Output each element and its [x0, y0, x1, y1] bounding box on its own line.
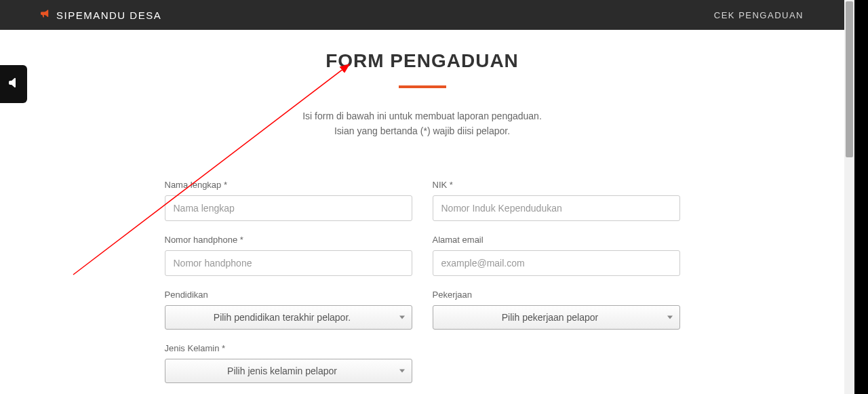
field-nomor-hp: Nomor handphone * [165, 235, 412, 276]
select-pekerjaan-text: Pilih pekerjaan pelapor [441, 312, 659, 323]
page-subtitle: Isi form di bawah ini untuk membuat lapo… [0, 109, 844, 139]
input-nama-lengkap[interactable] [165, 195, 412, 221]
window-border-right [854, 0, 868, 394]
subtitle-line-2: Isian yang bertanda (*) wajib diisi pela… [334, 125, 510, 136]
label-jenis-kelamin: Jenis Kelamin * [165, 343, 412, 353]
select-pendidikan-text: Pilih pendidikan terakhir pelapor. [174, 312, 391, 323]
brand[interactable]: SIPEMANDU DESA [41, 9, 161, 21]
chevron-down-icon [399, 315, 405, 319]
field-jenis-kelamin: Jenis Kelamin * Pilih jenis kelamin pela… [165, 343, 412, 383]
scrollbar-thumb[interactable] [846, 1, 853, 157]
label-nik: NIK * [433, 180, 680, 190]
label-pendidikan: Pendidikan [165, 290, 412, 300]
chevron-down-icon [667, 315, 673, 319]
field-pendidikan: Pendidikan Pilih pendidikan terakhir pel… [165, 290, 412, 330]
label-email: Alamat email [433, 235, 680, 245]
label-pekerjaan: Pekerjaan [433, 290, 680, 300]
nav-cek-pengaduan[interactable]: CEK PENGADUAN [714, 10, 804, 20]
field-email: Alamat email [433, 235, 680, 276]
brand-label: SIPEMANDU DESA [56, 9, 161, 21]
main-content: FORM PENGADUAN Isi form di bawah ini unt… [0, 30, 844, 394]
field-pekerjaan: Pekerjaan Pilih pekerjaan pelapor [433, 290, 680, 330]
bullhorn-icon [41, 9, 51, 21]
volume-icon [8, 77, 19, 91]
label-nomor-hp: Nomor handphone * [165, 235, 412, 245]
label-nama-lengkap: Nama lengkap * [165, 180, 412, 190]
subtitle-line-1: Isi form di bawah ini untuk membuat lapo… [302, 111, 542, 121]
input-nik[interactable] [433, 195, 680, 221]
title-divider [399, 85, 446, 88]
field-nama-lengkap: Nama lengkap * [165, 180, 412, 221]
select-jenis-kelamin[interactable]: Pilih jenis kelamin pelapor [165, 359, 412, 383]
input-nomor-hp[interactable] [165, 250, 412, 276]
select-pekerjaan[interactable]: Pilih pekerjaan pelapor [433, 305, 680, 330]
side-volume-tab[interactable] [0, 65, 27, 103]
select-pendidikan[interactable]: Pilih pendidikan terakhir pelapor. [165, 305, 412, 330]
navbar: SIPEMANDU DESA CEK PENGADUAN [0, 0, 844, 30]
page-title: FORM PENGADUAN [0, 50, 844, 72]
select-jenis-kelamin-text: Pilih jenis kelamin pelapor [174, 366, 391, 376]
field-nik: NIK * [433, 180, 680, 221]
input-email[interactable] [433, 250, 680, 276]
form-grid: Nama lengkap * NIK * Nomor handphone * A… [165, 180, 680, 383]
chevron-down-icon [399, 369, 405, 372]
